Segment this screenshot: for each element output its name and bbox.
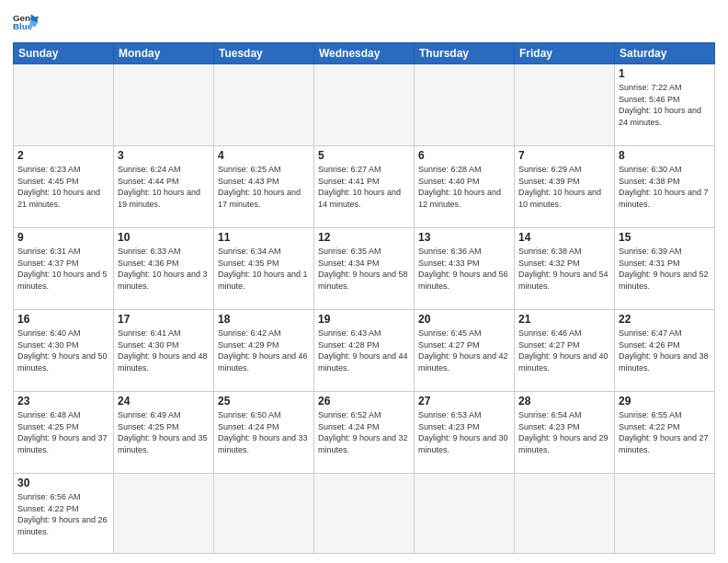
day-number: 1 xyxy=(619,67,711,80)
day-info: Sunrise: 6:39 AM Sunset: 4:31 PM Dayligh… xyxy=(619,246,711,292)
weekday-sunday: Sunday xyxy=(14,43,114,64)
day-cell xyxy=(415,473,515,553)
day-number: 28 xyxy=(518,395,610,408)
generalblue-logo-icon: General Blue xyxy=(13,9,39,35)
day-info: Sunrise: 6:49 AM Sunset: 4:25 PM Dayligh… xyxy=(118,409,210,455)
day-info: Sunrise: 7:22 AM Sunset: 5:46 PM Dayligh… xyxy=(619,82,711,128)
day-cell: 26Sunrise: 6:52 AM Sunset: 4:24 PM Dayli… xyxy=(314,391,415,473)
day-cell: 3Sunrise: 6:24 AM Sunset: 4:44 PM Daylig… xyxy=(114,145,214,227)
day-number: 12 xyxy=(318,231,410,244)
day-number: 5 xyxy=(318,149,410,162)
day-number: 25 xyxy=(218,395,310,408)
day-number: 24 xyxy=(118,395,210,408)
day-cell: 27Sunrise: 6:53 AM Sunset: 4:23 PM Dayli… xyxy=(415,391,515,473)
week-row-2: 2Sunrise: 6:23 AM Sunset: 4:45 PM Daylig… xyxy=(14,145,715,227)
day-cell xyxy=(214,473,314,553)
day-number: 2 xyxy=(17,149,109,162)
day-number: 6 xyxy=(418,149,510,162)
day-number: 17 xyxy=(118,313,210,326)
day-cell xyxy=(314,64,415,146)
day-cell: 11Sunrise: 6:34 AM Sunset: 4:35 PM Dayli… xyxy=(214,227,314,309)
day-info: Sunrise: 6:25 AM Sunset: 4:43 PM Dayligh… xyxy=(218,164,310,210)
day-number: 21 xyxy=(518,313,610,326)
page: General Blue SundayMondayTuesdayWednesda… xyxy=(0,0,728,563)
day-number: 8 xyxy=(619,149,711,162)
day-info: Sunrise: 6:46 AM Sunset: 4:27 PM Dayligh… xyxy=(518,327,610,373)
day-cell: 21Sunrise: 6:46 AM Sunset: 4:27 PM Dayli… xyxy=(515,309,615,391)
day-info: Sunrise: 6:48 AM Sunset: 4:25 PM Dayligh… xyxy=(17,409,109,455)
day-cell xyxy=(214,64,314,146)
day-cell xyxy=(314,473,415,553)
day-cell: 24Sunrise: 6:49 AM Sunset: 4:25 PM Dayli… xyxy=(114,391,214,473)
header: General Blue xyxy=(13,9,715,35)
day-cell: 30Sunrise: 6:56 AM Sunset: 4:22 PM Dayli… xyxy=(14,473,114,553)
day-info: Sunrise: 6:53 AM Sunset: 4:23 PM Dayligh… xyxy=(418,409,510,455)
day-number: 10 xyxy=(118,231,210,244)
day-number: 7 xyxy=(518,149,610,162)
day-cell: 8Sunrise: 6:30 AM Sunset: 4:38 PM Daylig… xyxy=(615,145,715,227)
day-cell xyxy=(114,473,214,553)
day-number: 23 xyxy=(17,395,109,408)
day-info: Sunrise: 6:40 AM Sunset: 4:30 PM Dayligh… xyxy=(17,327,109,373)
day-cell: 20Sunrise: 6:45 AM Sunset: 4:27 PM Dayli… xyxy=(415,309,515,391)
day-info: Sunrise: 6:34 AM Sunset: 4:35 PM Dayligh… xyxy=(218,246,310,292)
day-number: 19 xyxy=(318,313,410,326)
logo: General Blue xyxy=(13,9,39,35)
day-number: 22 xyxy=(619,313,711,326)
day-number: 11 xyxy=(218,231,310,244)
day-info: Sunrise: 6:36 AM Sunset: 4:33 PM Dayligh… xyxy=(418,246,510,292)
day-cell: 14Sunrise: 6:38 AM Sunset: 4:32 PM Dayli… xyxy=(515,227,615,309)
day-cell: 13Sunrise: 6:36 AM Sunset: 4:33 PM Dayli… xyxy=(415,227,515,309)
day-cell: 29Sunrise: 6:55 AM Sunset: 4:22 PM Dayli… xyxy=(615,391,715,473)
week-row-5: 23Sunrise: 6:48 AM Sunset: 4:25 PM Dayli… xyxy=(14,391,715,473)
day-cell: 17Sunrise: 6:41 AM Sunset: 4:30 PM Dayli… xyxy=(114,309,214,391)
weekday-wednesday: Wednesday xyxy=(314,43,415,64)
day-cell: 1Sunrise: 7:22 AM Sunset: 5:46 PM Daylig… xyxy=(615,64,715,146)
day-number: 26 xyxy=(318,395,410,408)
day-info: Sunrise: 6:38 AM Sunset: 4:32 PM Dayligh… xyxy=(518,246,610,292)
day-info: Sunrise: 6:43 AM Sunset: 4:28 PM Dayligh… xyxy=(318,327,410,373)
day-cell xyxy=(515,473,615,553)
weekday-monday: Monday xyxy=(114,43,214,64)
day-number: 9 xyxy=(17,231,109,244)
day-cell: 6Sunrise: 6:28 AM Sunset: 4:40 PM Daylig… xyxy=(415,145,515,227)
day-cell xyxy=(415,64,515,146)
day-info: Sunrise: 6:23 AM Sunset: 4:45 PM Dayligh… xyxy=(17,164,109,210)
day-info: Sunrise: 6:55 AM Sunset: 4:22 PM Dayligh… xyxy=(619,409,711,455)
day-number: 27 xyxy=(418,395,510,408)
day-cell: 4Sunrise: 6:25 AM Sunset: 4:43 PM Daylig… xyxy=(214,145,314,227)
day-cell: 18Sunrise: 6:42 AM Sunset: 4:29 PM Dayli… xyxy=(214,309,314,391)
day-cell: 5Sunrise: 6:27 AM Sunset: 4:41 PM Daylig… xyxy=(314,145,415,227)
week-row-6: 30Sunrise: 6:56 AM Sunset: 4:22 PM Dayli… xyxy=(14,473,715,553)
day-info: Sunrise: 6:42 AM Sunset: 4:29 PM Dayligh… xyxy=(218,327,310,373)
day-cell: 25Sunrise: 6:50 AM Sunset: 4:24 PM Dayli… xyxy=(214,391,314,473)
day-info: Sunrise: 6:27 AM Sunset: 4:41 PM Dayligh… xyxy=(318,164,410,210)
day-number: 16 xyxy=(17,313,109,326)
day-info: Sunrise: 6:52 AM Sunset: 4:24 PM Dayligh… xyxy=(318,409,410,455)
weekday-tuesday: Tuesday xyxy=(214,43,314,64)
day-cell: 28Sunrise: 6:54 AM Sunset: 4:23 PM Dayli… xyxy=(515,391,615,473)
day-cell xyxy=(14,64,114,146)
day-cell: 22Sunrise: 6:47 AM Sunset: 4:26 PM Dayli… xyxy=(615,309,715,391)
day-number: 29 xyxy=(619,395,711,408)
weekday-friday: Friday xyxy=(515,43,615,64)
day-info: Sunrise: 6:56 AM Sunset: 4:22 PM Dayligh… xyxy=(17,491,109,537)
day-number: 3 xyxy=(118,149,210,162)
day-info: Sunrise: 6:50 AM Sunset: 4:24 PM Dayligh… xyxy=(218,409,310,455)
day-number: 4 xyxy=(218,149,310,162)
day-cell: 15Sunrise: 6:39 AM Sunset: 4:31 PM Dayli… xyxy=(615,227,715,309)
weekday-saturday: Saturday xyxy=(615,43,715,64)
day-number: 14 xyxy=(518,231,610,244)
day-info: Sunrise: 6:29 AM Sunset: 4:39 PM Dayligh… xyxy=(518,164,610,210)
day-info: Sunrise: 6:31 AM Sunset: 4:37 PM Dayligh… xyxy=(17,246,109,292)
day-info: Sunrise: 6:41 AM Sunset: 4:30 PM Dayligh… xyxy=(118,327,210,373)
day-info: Sunrise: 6:47 AM Sunset: 4:26 PM Dayligh… xyxy=(619,327,711,373)
week-row-3: 9Sunrise: 6:31 AM Sunset: 4:37 PM Daylig… xyxy=(14,227,715,309)
day-cell xyxy=(114,64,214,146)
day-cell: 12Sunrise: 6:35 AM Sunset: 4:34 PM Dayli… xyxy=(314,227,415,309)
day-number: 20 xyxy=(418,313,510,326)
day-number: 18 xyxy=(218,313,310,326)
day-info: Sunrise: 6:30 AM Sunset: 4:38 PM Dayligh… xyxy=(619,164,711,210)
day-info: Sunrise: 6:35 AM Sunset: 4:34 PM Dayligh… xyxy=(318,246,410,292)
day-cell: 16Sunrise: 6:40 AM Sunset: 4:30 PM Dayli… xyxy=(14,309,114,391)
